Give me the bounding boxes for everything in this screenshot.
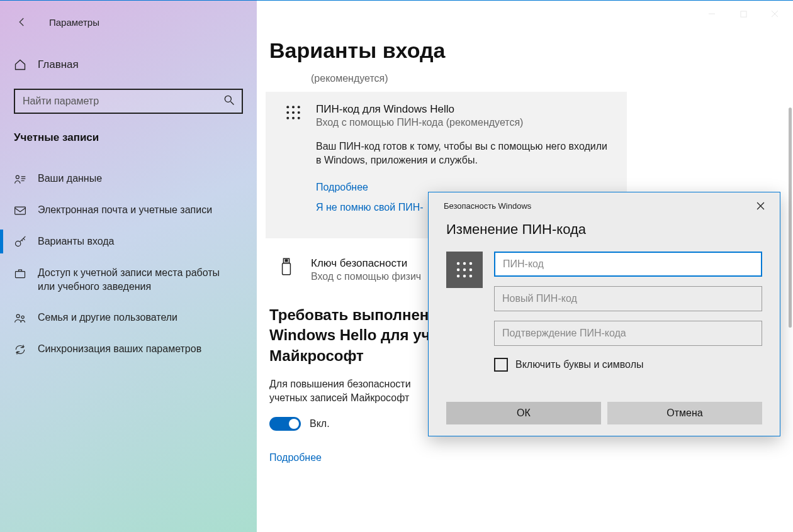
sidebar-item-label: Синхронизация ваших параметров: [38, 342, 214, 356]
close-button[interactable]: [760, 4, 789, 23]
dialog-body: Изменение ПИН-кода Включить буквы и симв…: [429, 219, 780, 387]
svg-point-23: [470, 262, 473, 265]
svg-point-28: [463, 275, 466, 278]
usb-key-icon: [279, 257, 302, 276]
sidebar-item-work-access[interactable]: Доступ к учетной записи места работы или…: [0, 257, 257, 302]
sidebar-item-your-info[interactable]: Ваши данные: [0, 163, 257, 194]
keypad-icon: [278, 103, 308, 222]
svg-point-15: [292, 117, 295, 119]
home-icon: [14, 58, 31, 71]
search-wrap: [14, 89, 243, 114]
svg-point-8: [286, 106, 289, 108]
scrollbar[interactable]: [789, 108, 792, 328]
svg-point-11: [286, 111, 289, 114]
svg-point-21: [457, 262, 460, 265]
pin-card-title: ПИН-код для Windows Hello: [316, 103, 614, 116]
current-pin-input[interactable]: [494, 252, 762, 277]
recommended-label: (рекомендуется): [311, 73, 762, 84]
security-key-texts: Ключ безопасности Вход с помощью физич: [302, 257, 421, 282]
dialog-title: Безопасность Windows: [444, 201, 531, 211]
svg-point-0: [225, 96, 231, 102]
home-label: Главная: [38, 58, 79, 71]
ok-button[interactable]: ОК: [446, 402, 601, 424]
svg-point-12: [292, 111, 295, 114]
toggle-label: Вкл.: [310, 418, 330, 429]
svg-rect-19: [285, 260, 286, 262]
sidebar: Параметры Главная Учетные записи Ваши да…: [0, 1, 257, 532]
svg-point-5: [16, 314, 20, 318]
sidebar-home[interactable]: Главная: [0, 48, 257, 81]
svg-rect-4: [16, 272, 25, 278]
window-controls: [697, 4, 789, 23]
svg-point-16: [298, 117, 300, 119]
svg-rect-20: [286, 260, 287, 262]
security-key-title: Ключ безопасности: [311, 257, 421, 270]
dialog-titlebar: Безопасность Windows: [429, 192, 780, 219]
sync-icon: [14, 342, 31, 356]
dialog-close-button[interactable]: [746, 196, 775, 216]
window-title: Параметры: [49, 17, 99, 28]
dialog-keypad-icon: [446, 252, 483, 288]
sidebar-item-label: Варианты входа: [38, 235, 127, 248]
sidebar-item-email-accounts[interactable]: Электронная почта и учетные записи: [0, 194, 257, 226]
user-info-icon: [14, 172, 31, 186]
svg-rect-7: [740, 11, 746, 16]
svg-point-29: [470, 275, 473, 278]
hello-more-link[interactable]: Подробнее: [269, 452, 322, 463]
checkbox-row: Включить буквы и символы: [494, 358, 762, 372]
security-key-subtitle: Вход с помощью физич: [311, 271, 421, 282]
dialog-fields: [494, 252, 762, 355]
dialog-content: [446, 252, 762, 355]
hello-toggle[interactable]: [269, 417, 301, 431]
svg-rect-2: [15, 207, 26, 214]
people-icon: [14, 311, 31, 324]
key-icon: [14, 235, 31, 248]
maximize-button[interactable]: [729, 4, 758, 23]
minimize-button[interactable]: [697, 4, 726, 23]
sidebar-section-header: Учетные записи: [0, 114, 257, 148]
svg-point-22: [463, 262, 466, 265]
svg-point-24: [457, 269, 460, 272]
dialog-heading: Изменение ПИН-кода: [446, 221, 762, 238]
change-pin-dialog: Безопасность Windows Изменение ПИН-кода …: [428, 192, 780, 436]
sidebar-item-label: Электронная почта и учетные записи: [38, 203, 225, 217]
svg-point-25: [463, 269, 466, 272]
sidebar-item-label: Доступ к учетной записи места работы или…: [38, 266, 243, 293]
back-button[interactable]: [14, 14, 30, 30]
briefcase-icon: [14, 266, 31, 280]
sidebar-item-label: Ваши данные: [38, 172, 115, 186]
cancel-button[interactable]: Отмена: [607, 402, 762, 424]
sidebar-nav: Ваши данные Электронная почта и учетные …: [0, 163, 257, 365]
svg-point-13: [298, 111, 300, 114]
svg-point-10: [298, 106, 300, 108]
confirm-pin-input[interactable]: [494, 321, 762, 346]
svg-point-9: [292, 106, 295, 108]
svg-point-26: [470, 269, 473, 272]
svg-point-27: [457, 275, 460, 278]
dialog-buttons: ОК Отмена: [429, 402, 780, 436]
letters-symbols-checkbox[interactable]: [494, 358, 508, 372]
search-input[interactable]: [14, 89, 243, 114]
svg-point-1: [16, 175, 19, 179]
pin-card-subtitle: Вход с помощью ПИН-кода (рекомендуется): [316, 117, 614, 128]
checkbox-label: Включить буквы и символы: [515, 359, 644, 370]
settings-window: Параметры Главная Учетные записи Ваши да…: [0, 0, 793, 532]
search-icon: [223, 94, 235, 109]
sidebar-item-signin-options[interactable]: Варианты входа: [0, 226, 257, 257]
svg-point-6: [21, 316, 24, 318]
pin-card-description: Ваш ПИН-код готов к тому, чтобы вы с пом…: [316, 140, 614, 168]
new-pin-input[interactable]: [494, 286, 762, 311]
page-title: Варианты входа: [269, 38, 762, 63]
sidebar-item-family[interactable]: Семья и другие пользователи: [0, 302, 257, 333]
svg-rect-18: [283, 263, 291, 274]
sidebar-item-sync[interactable]: Синхронизация ваших параметров: [0, 333, 257, 365]
mail-icon: [14, 203, 31, 217]
sidebar-top: Параметры: [0, 9, 257, 35]
sidebar-item-label: Семья и другие пользователи: [38, 311, 190, 324]
svg-point-14: [286, 117, 289, 119]
svg-point-3: [16, 241, 21, 246]
